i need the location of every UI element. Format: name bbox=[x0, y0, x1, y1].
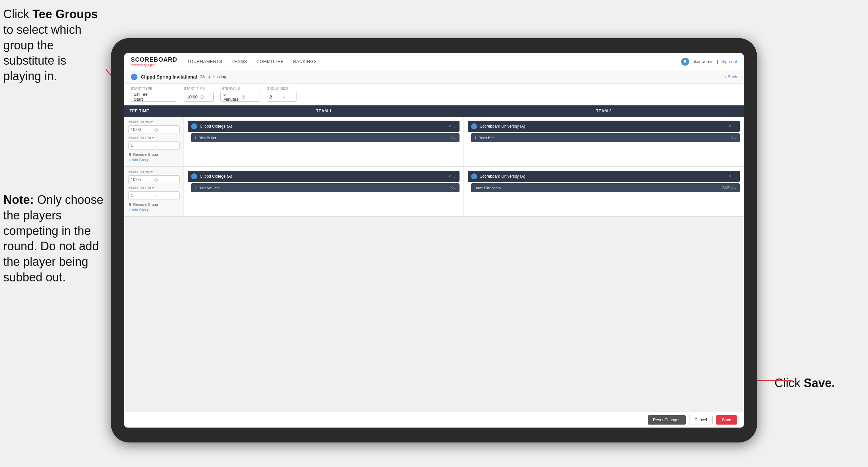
team-4-logo-icon bbox=[471, 173, 477, 179]
player-4-remove-icon[interactable]: ✕ bbox=[731, 185, 734, 190]
sign-out-link[interactable]: Sign out bbox=[721, 59, 737, 64]
player-3-remove-icon[interactable]: ✕ bbox=[450, 185, 453, 190]
group-1-time-label: STARTING TIME: bbox=[128, 121, 180, 124]
group-size-setting: Group Size 2 ⌄ bbox=[267, 87, 297, 102]
team-3-remove-icon[interactable]: ✕ bbox=[448, 174, 451, 179]
chevron-g1: ⌄ bbox=[154, 144, 177, 147]
player-2-name: 1. Rees Britt bbox=[474, 136, 731, 140]
start-time-input[interactable]: 10:00 🕐 bbox=[184, 92, 214, 102]
save-button[interactable]: Save bbox=[716, 415, 737, 425]
tablet-screen: SCOREBOARD Powered by clippd TOURNAMENTS… bbox=[124, 53, 744, 428]
footer: Reset Changes Cancel Save bbox=[124, 412, 744, 428]
trash-icon-2: 🗑 bbox=[128, 203, 132, 206]
group-2-time-input[interactable]: 10:05 🕐 bbox=[128, 175, 180, 184]
team-4-card[interactable]: Scoreboard University (A) ✕ ⌄ bbox=[468, 171, 740, 182]
group-1-time-input[interactable]: 10:00 🕐 bbox=[128, 125, 180, 134]
team-1-card[interactable]: Clippd College (A) ✕ ⌄ bbox=[188, 121, 460, 132]
team-2-card[interactable]: Scoreboard University (A) ✕ ⌄ bbox=[468, 121, 740, 132]
clock-icon-g1: 🕐 bbox=[154, 128, 177, 132]
start-type-label: Start Type bbox=[131, 87, 177, 90]
group-2-hole-label: STARTING HOLE: bbox=[128, 186, 180, 190]
group-2-left: STARTING TIME: 10:05 🕐 STARTING HOLE: 1 … bbox=[124, 167, 184, 216]
player-3-card[interactable]: 2. Blair McHarg ✕ ⌄ bbox=[191, 183, 460, 192]
nav-teams[interactable]: TEAMS bbox=[231, 59, 247, 64]
player-4-name: Dave Billingham bbox=[474, 186, 720, 190]
group-row-2: STARTING TIME: 10:05 🕐 STARTING HOLE: 1 … bbox=[124, 167, 744, 217]
add-group-1-button[interactable]: + Add Group bbox=[128, 158, 180, 162]
player-4-chevron-icon[interactable]: ⌄ bbox=[734, 185, 737, 190]
player-1-name: 1. Rich Butler bbox=[194, 136, 450, 140]
group-1-hole-input[interactable]: 1 ⌄ bbox=[128, 141, 180, 150]
main-content: STARTING TIME: 10:00 🕐 STARTING HOLE: 1 … bbox=[124, 117, 744, 412]
intervals-setting: Intervals 5 Minutes 🕐 bbox=[220, 87, 260, 102]
player-1-card[interactable]: 1. Rich Butler ✕ ⌄ bbox=[191, 133, 460, 142]
player-2-card[interactable]: 1. Rees Britt ✕ ⌄ bbox=[471, 133, 740, 142]
subheader-title: Clippd Spring Invitational bbox=[141, 74, 197, 80]
team-3-chevron-icon[interactable]: ⌄ bbox=[453, 174, 456, 179]
player-1-chevron-icon[interactable]: ⌄ bbox=[453, 136, 456, 140]
back-link[interactable]: ‹ Back bbox=[725, 74, 737, 79]
team-1-logo-icon bbox=[191, 123, 197, 129]
team-3-card[interactable]: Clippd College (A) ✕ ⌄ bbox=[188, 171, 460, 182]
th-tee-time: Tee Time bbox=[124, 106, 184, 117]
group-size-input[interactable]: 2 ⌄ bbox=[267, 92, 297, 102]
group-1-left: STARTING TIME: 10:00 🕐 STARTING HOLE: 1 … bbox=[124, 117, 184, 166]
nav-tournaments[interactable]: TOURNAMENTS bbox=[187, 59, 222, 64]
group-1-team2: Scoreboard University (A) ✕ ⌄ 1. Rees Br… bbox=[464, 117, 744, 166]
plus-icon-2: + bbox=[128, 208, 130, 212]
team-2-logo-icon bbox=[471, 123, 477, 129]
remove-group-1-button[interactable]: 🗑 Remove Group bbox=[128, 152, 180, 156]
remove-group-2-button[interactable]: 🗑 Remove Group bbox=[128, 203, 180, 206]
nav-logo-title: SCOREBOARD bbox=[131, 56, 177, 63]
nav-logo: SCOREBOARD Powered by clippd bbox=[131, 56, 177, 67]
team-4-remove-icon[interactable]: ✕ bbox=[728, 174, 732, 179]
th-team2: Team 2 bbox=[464, 106, 744, 117]
click-save-text: Click Save. bbox=[775, 376, 835, 390]
start-type-setting: Start Type 1st Tee Start ⌄ bbox=[131, 87, 177, 102]
team-3-card-actions: ✕ ⌄ bbox=[448, 174, 456, 179]
navbar: SCOREBOARD Powered by clippd TOURNAMENTS… bbox=[124, 53, 744, 70]
plus-icon: + bbox=[128, 158, 130, 162]
team-4-name: Scoreboard University (A) bbox=[480, 174, 728, 179]
nav-committee[interactable]: COMMITTEE bbox=[256, 59, 284, 64]
intervals-input[interactable]: 5 Minutes 🕐 bbox=[220, 92, 260, 102]
subheader-hosting: Hosting bbox=[213, 75, 226, 79]
intervals-label: Intervals bbox=[220, 87, 260, 90]
team-1-remove-icon[interactable]: ✕ bbox=[448, 124, 451, 128]
subheader-logo-icon bbox=[131, 74, 137, 80]
start-type-input[interactable]: 1st Tee Start ⌄ bbox=[131, 92, 177, 102]
add-group-2-button[interactable]: + Add Group bbox=[128, 208, 180, 212]
note-text: Note: Only choose the players competing … bbox=[3, 192, 106, 285]
subheader-tag: (Men) bbox=[200, 75, 210, 79]
player-3-chevron-icon[interactable]: ⌄ bbox=[453, 185, 456, 190]
team-2-remove-icon[interactable]: ✕ bbox=[728, 124, 732, 128]
player-1-remove-icon[interactable]: ✕ bbox=[450, 136, 453, 140]
team-4-chevron-icon[interactable]: ⌄ bbox=[734, 174, 737, 179]
nav-rankings[interactable]: RANKINGS bbox=[293, 59, 317, 64]
group-2-actions: 🗑 Remove Group + Add Group bbox=[128, 203, 180, 212]
group-size-label: Group Size bbox=[267, 87, 297, 90]
player-4-sub-badge: (SUB) bbox=[721, 186, 731, 189]
team-1-chevron-icon[interactable]: ⌄ bbox=[453, 124, 456, 128]
tablet-device: SCOREBOARD Powered by clippd TOURNAMENTS… bbox=[111, 38, 757, 442]
player-2-remove-icon[interactable]: ✕ bbox=[731, 136, 734, 140]
reset-changes-button[interactable]: Reset Changes bbox=[648, 415, 686, 425]
instruction-text: Click Tee Groups to select which group t… bbox=[3, 7, 106, 84]
group-2-team1: Clippd College (A) ✕ ⌄ 2. Blair McHarg ✕… bbox=[184, 167, 464, 216]
th-team1: Team 1 bbox=[184, 106, 464, 117]
nav-right: B blair admin | Sign out bbox=[681, 58, 737, 66]
player-2-chevron-icon[interactable]: ⌄ bbox=[734, 136, 737, 140]
team-1-card-actions: ✕ ⌄ bbox=[448, 124, 456, 128]
cancel-button[interactable]: Cancel bbox=[689, 415, 713, 425]
trash-icon: 🗑 bbox=[128, 152, 132, 156]
group-2-hole-input[interactable]: 1 ⌄ bbox=[128, 191, 180, 200]
group-1-team1: Clippd College (A) ✕ ⌄ 1. Rich Butler ✕ … bbox=[184, 117, 464, 166]
table-header: Tee Time Team 1 Team 2 bbox=[124, 106, 744, 117]
team-2-chevron-icon[interactable]: ⌄ bbox=[734, 124, 737, 128]
settings-row: Start Type 1st Tee Start ⌄ Start Time 10… bbox=[124, 84, 744, 106]
nav-logo-sub: Powered by clippd bbox=[131, 63, 177, 67]
team-3-logo-icon bbox=[191, 173, 197, 179]
clock-icon-2: 🕐 bbox=[241, 95, 257, 99]
player-4-card[interactable]: Dave Billingham (SUB) ✕ ⌄ bbox=[471, 183, 740, 192]
team-3-name: Clippd College (A) bbox=[200, 174, 448, 179]
